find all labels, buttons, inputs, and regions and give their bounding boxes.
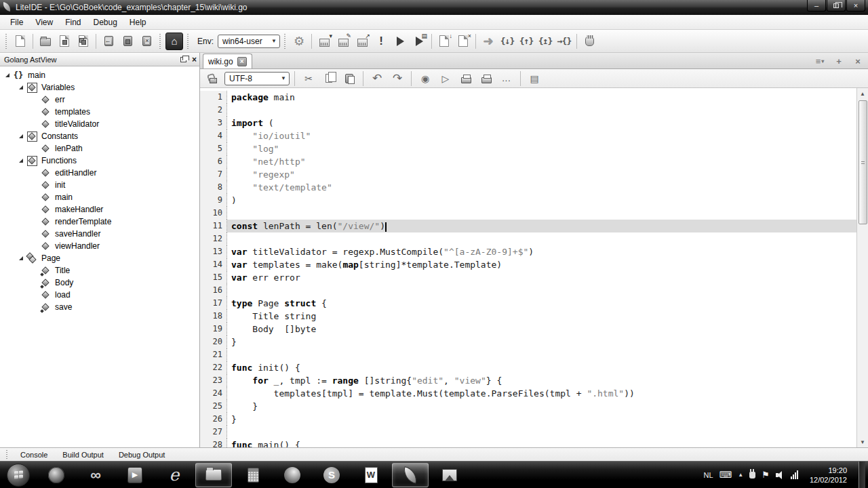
tree-item-Body[interactable]: Body: [0, 277, 199, 289]
hidden-icons-icon[interactable]: ▲: [738, 472, 743, 478]
tab-close-icon[interactable]: ×: [237, 57, 247, 66]
split-add-button[interactable]: +: [831, 55, 846, 67]
code-line-3[interactable]: 3import (: [200, 117, 856, 129]
tree-item-viewHandler[interactable]: viewHandler: [0, 240, 199, 252]
code-line-28[interactable]: 28func main() {: [200, 439, 856, 447]
stop-button[interactable]: !: [372, 33, 390, 50]
tree-item-err[interactable]: err: [0, 94, 199, 106]
clock[interactable]: 19:20 12/02/2012: [804, 466, 852, 485]
start-button[interactable]: [7, 464, 30, 487]
save-button[interactable]: [56, 33, 73, 50]
minimize-button[interactable]: –: [807, 0, 826, 12]
build-edit-button[interactable]: ✎: [334, 33, 352, 50]
tab-list-button[interactable]: ≡▾: [812, 55, 827, 67]
env-select[interactable]: win64-user ▼: [218, 35, 280, 48]
app-network-globe[interactable]: [38, 463, 75, 487]
code-line-10[interactable]: 10: [200, 207, 856, 220]
tree-item-Functions[interactable]: Functions: [0, 155, 199, 167]
tree-item-Variables[interactable]: Variables: [0, 81, 199, 94]
code-line-23[interactable]: 23 for _, tmpl := range []string{"edit",…: [200, 374, 856, 387]
code-line-25[interactable]: 25 }: [200, 400, 856, 413]
code-line-7[interactable]: 7 "regexp": [200, 168, 856, 181]
app-skype[interactable]: S: [313, 463, 350, 487]
network-signal-icon[interactable]: [791, 470, 798, 479]
toolbar-handle[interactable]: [5, 34, 8, 49]
editor-scrollbar[interactable]: ▲ ▼: [856, 88, 868, 447]
session-back-button[interactable]: ←: [100, 33, 117, 50]
run-button[interactable]: [391, 33, 409, 50]
insert-doc-button[interactable]: ↓: [435, 33, 453, 50]
tree-item-Page[interactable]: Page: [0, 252, 199, 264]
run-file-button[interactable]: ▤: [410, 33, 428, 50]
code-line-14[interactable]: 14var templates = make(map[string]*templ…: [200, 258, 856, 271]
restore-button[interactable]: [827, 0, 846, 12]
undo-button[interactable]: ↶: [368, 70, 386, 87]
app-calculator[interactable]: [235, 463, 271, 487]
block-up-button[interactable]: {↑}: [517, 33, 535, 50]
code-line-22[interactable]: 22func init() {: [200, 361, 856, 374]
tree-item-Constants[interactable]: Constants: [0, 130, 199, 142]
export-button[interactable]: ▷: [437, 70, 454, 87]
app-word[interactable]: W: [353, 463, 389, 487]
code-line-12[interactable]: 12: [200, 232, 856, 245]
toolbar-handle[interactable]: [159, 34, 162, 49]
code-line-17[interactable]: 17type Page struct {: [200, 297, 856, 310]
paste-button[interactable]: [340, 70, 358, 87]
save-all-button[interactable]: [75, 33, 92, 50]
power-icon[interactable]: [749, 472, 755, 479]
session-save-button[interactable]: [119, 33, 136, 50]
tree-item-renderTemplate[interactable]: renderTemplate: [0, 216, 199, 228]
readonly-toggle[interactable]: [204, 70, 222, 87]
tree-item-titleValidator[interactable]: titleValidator: [0, 118, 199, 130]
code-line-13[interactable]: 13var titleValidator = regexp.MustCompil…: [200, 245, 856, 258]
scroll-down-icon[interactable]: ▼: [857, 436, 868, 447]
output-tab-debug-output[interactable]: Debug Output: [111, 451, 173, 459]
close-panel-icon[interactable]: ×: [192, 55, 197, 64]
keyboard-icon[interactable]: ⌨: [719, 470, 732, 479]
close-button[interactable]: ×: [846, 0, 865, 12]
tree-item-save[interactable]: save: [0, 301, 199, 313]
settings-button[interactable]: ⚙: [290, 33, 308, 50]
toolbar-handle[interactable]: [186, 34, 190, 49]
session-close-button[interactable]: ×: [138, 33, 155, 50]
print-preview-button[interactable]: [477, 70, 495, 87]
tree-item-main[interactable]: {}main: [0, 69, 199, 81]
output-tab-build-output[interactable]: Build Output: [55, 451, 111, 459]
code-line-11[interactable]: 11const lenPath = len("/view/"): [200, 220, 856, 232]
remove-doc-button[interactable]: ×: [454, 33, 472, 50]
redo-button[interactable]: ↷: [389, 70, 406, 87]
pan-button[interactable]: [580, 33, 598, 50]
tree-item-editHandler[interactable]: editHandler: [0, 167, 199, 179]
menu-help[interactable]: Help: [123, 16, 153, 28]
code-line-1[interactable]: 1package main: [200, 91, 856, 104]
copy-button[interactable]: [320, 70, 338, 87]
goto-button[interactable]: ➜: [479, 33, 497, 50]
new-file-button[interactable]: [12, 33, 29, 50]
float-panel-icon[interactable]: [180, 57, 186, 62]
encoding-select[interactable]: UTF-8 ▼: [224, 72, 290, 85]
build-run-button[interactable]: ↗: [353, 33, 371, 50]
language-indicator[interactable]: NL: [704, 471, 713, 479]
code-area[interactable]: 1package main23import (4 "io/ioutil"5 "l…: [200, 88, 868, 447]
code-line-26[interactable]: 26}: [200, 413, 856, 426]
open-folder-button[interactable]: [37, 33, 54, 50]
menu-find[interactable]: Find: [59, 16, 87, 28]
code-line-19[interactable]: 19 Body []byte: [200, 323, 856, 336]
tree-item-saveHandler[interactable]: saveHandler: [0, 228, 199, 240]
output-tab-console[interactable]: Console: [13, 451, 55, 459]
menu-file[interactable]: File: [4, 16, 29, 28]
code-line-4[interactable]: 4 "io/ioutil": [200, 129, 856, 142]
code-line-2[interactable]: 2: [200, 104, 856, 117]
editor-close-button[interactable]: ×: [850, 55, 865, 67]
code-line-5[interactable]: 5 "log": [200, 142, 856, 155]
flag-icon[interactable]: ⚑: [762, 470, 770, 479]
app-image-viewer[interactable]: [431, 463, 468, 487]
speaker-icon[interactable]: [776, 471, 785, 479]
block-out-button[interactable]: {↥}: [536, 33, 554, 50]
bottombar-handle[interactable]: [5, 450, 9, 460]
app-expression[interactable]: ∞: [77, 463, 114, 487]
wordwrap-button[interactable]: ▤: [526, 70, 543, 87]
home-button[interactable]: ⌂: [165, 33, 183, 50]
scroll-up-icon[interactable]: ▲: [857, 88, 868, 99]
app-internet-explorer[interactable]: e: [156, 463, 193, 487]
